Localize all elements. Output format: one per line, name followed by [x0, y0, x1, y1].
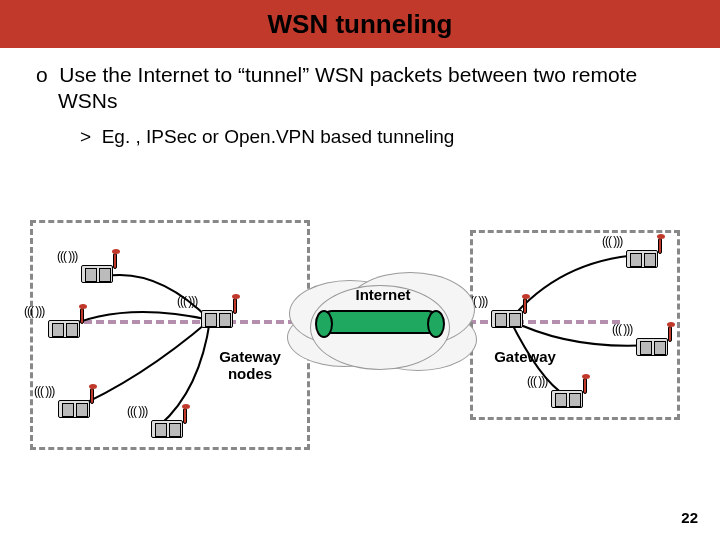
gateway-left-label: Gateway nodes [205, 348, 295, 382]
slide-title: WSN tunneling [268, 9, 453, 40]
page-number: 22 [681, 509, 698, 526]
radio-waves-icon: ((( ))) [602, 234, 622, 248]
sensor-node: ((( ))) [630, 328, 674, 358]
radio-waves-icon: ((( ))) [612, 322, 632, 336]
radio-waves-icon: ((( ))) [177, 294, 197, 308]
tunnel-tube [320, 310, 440, 334]
gateway-node-right: ((( ))) [485, 300, 529, 330]
bullet-sub: Eg. , IPSec or Open.VPN based tunneling [80, 125, 684, 149]
diagram: ((( ))) ((( ))) ((( ))) ((( ))) ((( ))) … [0, 200, 720, 500]
sensor-node: ((( ))) [545, 380, 589, 410]
radio-waves-icon: ((( ))) [24, 304, 44, 318]
gateway-right-label: Gateway [485, 348, 565, 365]
radio-waves-icon: ((( ))) [527, 374, 547, 388]
bullet-main: Use the Internet to “tunnel” WSN packets… [36, 62, 684, 115]
sensor-node: ((( ))) [42, 310, 86, 340]
internet-label: Internet [348, 286, 418, 303]
gateway-node-left: ((( ))) [195, 300, 239, 330]
content-area: Use the Internet to “tunnel” WSN packets… [0, 48, 720, 148]
sensor-node: ((( ))) [145, 410, 189, 440]
sensor-node: ((( ))) [52, 390, 96, 420]
title-bar: WSN tunneling [0, 0, 720, 48]
radio-waves-icon: ((( ))) [127, 404, 147, 418]
radio-waves-icon: ((( ))) [34, 384, 54, 398]
sensor-node: ((( ))) [620, 240, 664, 270]
sensor-node: ((( ))) [75, 255, 119, 285]
radio-waves-icon: ((( ))) [57, 249, 77, 263]
radio-waves-icon: ((( ))) [467, 294, 487, 308]
